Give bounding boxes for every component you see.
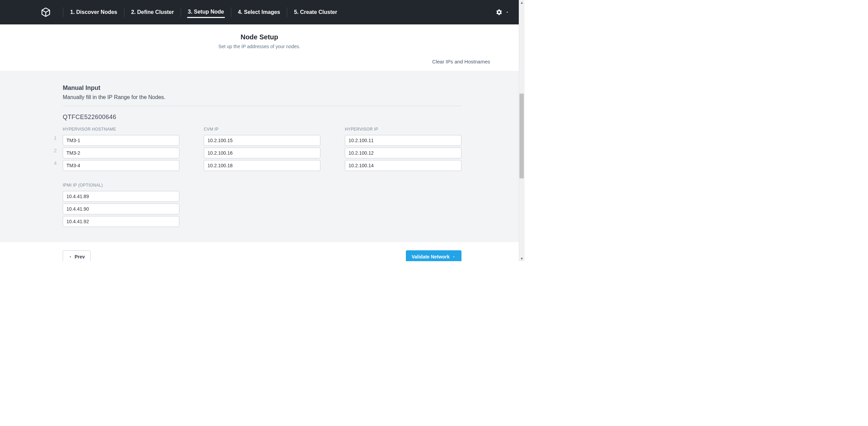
prev-button-label: Prev xyxy=(75,254,85,259)
column-label-hostname: HYPERVISOR HOSTNAME xyxy=(63,127,179,132)
hypervisor-ip-input[interactable] xyxy=(345,135,461,146)
divider xyxy=(63,7,63,17)
hypervisor-ip-input[interactable] xyxy=(345,148,461,158)
column-label-hypervisor-ip: HYPERVISOR IP xyxy=(345,127,461,132)
hypervisor-hostname-input[interactable] xyxy=(63,135,179,146)
scroll-up-icon[interactable]: ▲ xyxy=(520,1,524,4)
ipmi-ip-input[interactable] xyxy=(63,191,179,202)
step-select-images[interactable]: 4. Select Images xyxy=(237,7,281,17)
page-title: Node Setup xyxy=(0,33,519,41)
wizard-steps: 1. Discover Nodes 2. Define Cluster 3. S… xyxy=(70,7,496,18)
manual-input-panel: Manual Input Manually fill in the IP Ran… xyxy=(0,71,519,242)
scrollbar[interactable]: ▲ ▼ xyxy=(519,0,525,261)
divider xyxy=(287,7,287,17)
validate-network-button[interactable]: Validate Network xyxy=(406,250,461,261)
ipmi-ip-input[interactable] xyxy=(63,204,179,214)
step-setup-node[interactable]: 3. Setup Node xyxy=(187,7,225,18)
footer-bar: Prev Validate Network xyxy=(0,242,519,261)
scroll-down-icon[interactable]: ▼ xyxy=(520,257,524,260)
cvm-ip-input[interactable] xyxy=(204,160,320,171)
hypervisor-hostname-input[interactable] xyxy=(63,160,179,171)
chevron-down-icon xyxy=(505,10,509,14)
divider xyxy=(231,7,231,17)
row-number: 1 xyxy=(46,135,57,141)
validate-network-label: Validate Network xyxy=(412,254,450,259)
divider xyxy=(124,7,124,17)
manual-input-title: Manual Input xyxy=(63,84,461,92)
column-label-cvm-ip: CVM IP xyxy=(204,127,320,132)
divider xyxy=(63,106,461,106)
cvm-ip-input[interactable] xyxy=(204,148,320,158)
logo xyxy=(41,7,51,17)
title-area: Node Setup Set up the IP addresses of yo… xyxy=(0,24,519,54)
block-serial: QTFCE522600646 xyxy=(63,114,461,121)
row-number: 2 xyxy=(46,148,57,153)
step-create-cluster[interactable]: 5. Create Cluster xyxy=(293,7,338,17)
column-label-ipmi-ip: IPMI IP (OPTIONAL) xyxy=(63,183,461,188)
step-define-cluster[interactable]: 2. Define Cluster xyxy=(131,7,175,17)
cube-icon xyxy=(41,7,51,17)
header-bar: 1. Discover Nodes 2. Define Cluster 3. S… xyxy=(0,0,519,24)
settings-menu[interactable] xyxy=(496,9,509,16)
ipmi-ip-input[interactable] xyxy=(63,216,179,227)
page-subtitle: Set up the IP addresses of your nodes. xyxy=(0,44,519,49)
chevron-left-icon xyxy=(68,255,72,258)
manual-input-subtitle: Manually fill in the IP Range for the No… xyxy=(63,94,461,100)
scrollbar-thumb[interactable] xyxy=(519,94,524,178)
hypervisor-hostname-input[interactable] xyxy=(63,148,179,158)
clear-ips-link[interactable]: Clear IPs and Hostnames xyxy=(432,59,490,64)
row-number: 4 xyxy=(46,160,57,166)
cvm-ip-input[interactable] xyxy=(204,135,320,146)
divider xyxy=(181,7,181,17)
step-discover-nodes[interactable]: 1. Discover Nodes xyxy=(70,7,118,17)
chevron-right-icon xyxy=(452,255,456,258)
gear-icon xyxy=(496,9,502,16)
hypervisor-ip-input[interactable] xyxy=(345,160,461,171)
prev-button[interactable]: Prev xyxy=(63,250,91,261)
